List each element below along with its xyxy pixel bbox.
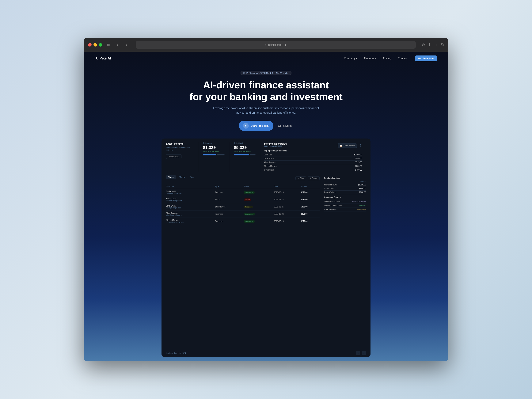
col-type: Type <box>215 184 244 189</box>
insights-dash-header: Insights Dashboard Date: January 23, 202… <box>264 142 362 149</box>
this-month-label: This Month <box>234 142 256 144</box>
lock-icon: ⊕ <box>265 44 267 46</box>
filter-button[interactable]: ⊟ Filter <box>295 176 306 180</box>
this-month-col: This Month $5,329 +10% from last month <box>229 142 260 172</box>
back-icon[interactable]: ‹ <box>114 42 120 48</box>
next-page-button[interactable]: › <box>362 351 366 355</box>
insights-dash-date: Date: January 23, 2023 <box>264 145 287 147</box>
table-row: Olivia Smith olivia@example.com Purchase… <box>166 189 320 196</box>
pending-invoices-title: Pending Invoices <box>324 177 366 179</box>
insights-dash-title: Insights Dashboard <box>264 142 287 145</box>
tab-week[interactable]: Week <box>166 175 176 179</box>
chevron-down-icon: ▾ <box>375 57 376 59</box>
pending-invoices-header: Amount <box>324 180 366 182</box>
table-row: Jane Smith jane@example.com Subscription… <box>166 203 320 210</box>
view-details-button[interactable]: View Details <box>166 154 181 159</box>
get-demo-button[interactable]: Get a Demo <box>277 122 293 130</box>
nav-company[interactable]: Company ▾ <box>344 57 357 60</box>
website-content: ★ PixelAI Company ▾ Features ▾ Pricing C… <box>84 52 448 361</box>
customer-queries-title: Customer Queries <box>324 196 366 198</box>
latest-insights-col: Latest Insights Stay ahead with data-dri… <box>166 142 198 172</box>
dashboard-main: Week Month Year ⊟ Filter ↥ <box>162 172 370 349</box>
start-free-trial-button[interactable]: ▶ Start Free Trial <box>239 121 273 131</box>
more-options-icon[interactable]: ⋮ <box>359 144 362 147</box>
spending-row-1: Jane Smith $950.00 <box>264 157 362 161</box>
this-week-bar-empty <box>217 154 225 155</box>
col-amount: Amount <box>301 184 320 189</box>
address-text: pixelai.com <box>268 43 282 46</box>
this-week-col: This Week $1,329 +25% from last week <box>198 142 229 172</box>
sidebar-toggle-icon[interactable]: ⊞ <box>105 42 111 48</box>
col-date: Date <box>274 184 301 189</box>
badge-icon: □ <box>243 72 245 74</box>
this-week-value: $1,329 <box>203 145 225 150</box>
pending-row-1: Sarah Davis $950.00 <box>324 187 366 190</box>
table-tabs: Week Month Year <box>166 175 197 179</box>
table-row: Michael Brown michael@example.com Purcha… <box>166 218 320 225</box>
dashboard-top: Latest Insights Stay ahead with data-dri… <box>162 139 370 172</box>
navigation: ★ PixelAI Company ▾ Features ▾ Pricing C… <box>84 52 448 65</box>
get-template-button[interactable]: Get Template <box>415 56 437 61</box>
customer-queries-section: Customer Queries Clarification on billin… <box>324 196 366 211</box>
transactions-table: Customer Type Status Date Amount <box>166 184 320 225</box>
footer-date: Updated June 23, 2024 <box>166 352 186 354</box>
table-tabs-row: Week Month Year ⊟ Filter ↥ <box>166 175 320 182</box>
maximize-button[interactable] <box>99 43 102 47</box>
share-icon[interactable]: ⬆ <box>428 42 431 48</box>
pending-row-0: Michael Brown $1200.00 <box>324 183 366 187</box>
table-row: Sarah Davis sarah@example.com Refund Fai… <box>166 196 320 203</box>
this-month-bar-fill <box>234 154 249 155</box>
spending-row-2: Alice Johnson $725.00 <box>264 161 362 164</box>
close-button[interactable] <box>88 43 92 47</box>
insights-dashboard-col: Insights Dashboard Date: January 23, 202… <box>260 142 366 172</box>
nav-pricing[interactable]: Pricing <box>383 57 391 60</box>
dashboard-footer: Updated June 23, 2024 ‹ › <box>162 349 370 357</box>
dashboard-panel: Latest Insights Stay ahead with data-dri… <box>162 139 370 357</box>
prev-page-button[interactable]: ‹ <box>356 351 360 355</box>
pending-invoices-list: Michael Brown $1200.00 Sarah Davis $950.… <box>324 183 366 194</box>
this-month-value: $5,329 <box>234 145 256 150</box>
col-status: Status <box>244 184 274 189</box>
new-tab-icon[interactable]: ＋ <box>434 42 438 48</box>
browser-right-icons: ⊙ ⬆ ＋ ⧉ <box>422 42 444 48</box>
logo-text: PixelAI <box>100 57 111 60</box>
nav-contact[interactable]: Contact <box>398 57 407 60</box>
table-actions: ⊟ Filter ↥ Export <box>295 176 320 180</box>
right-panel: Pending Invoices Amount Michael Brown $1… <box>324 175 366 346</box>
forward-icon[interactable]: › <box>124 42 130 48</box>
table-row: Alice Johnson alice@example.com Purchase… <box>166 210 320 218</box>
this-month-bar <box>234 154 256 155</box>
address-bar[interactable]: ⊕ pixelai.com ↻ <box>136 41 416 49</box>
query-row-1: Update on subscription Resolved <box>324 203 366 208</box>
top-spending-title: Top Spending Customers <box>264 150 362 152</box>
this-week-label: This Week <box>203 142 225 144</box>
nav-features[interactable]: Features ▾ <box>364 57 376 60</box>
export-button[interactable]: ↥ Export <box>308 176 320 180</box>
track-invoice-button[interactable]: 📋 Track Invoice <box>338 143 357 148</box>
spending-row-4: Olivia Smith $450.00 <box>264 168 362 172</box>
tabs-icon[interactable]: ⧉ <box>441 42 444 48</box>
dashboard-container: Latest Insights Stay ahead with data-dri… <box>84 139 448 361</box>
query-row-0: Clarification on billing Awaiting respon… <box>324 200 366 203</box>
chevron-down-icon: ▾ <box>356 57 357 59</box>
this-month-bar-empty <box>250 154 256 155</box>
refresh-icon[interactable]: ↻ <box>285 44 287 46</box>
this-week-bar <box>203 154 225 155</box>
tab-month[interactable]: Month <box>177 175 187 179</box>
this-week-change: +25% from last week <box>203 151 225 152</box>
status-badge: Completed <box>244 220 255 223</box>
download-icon[interactable]: ⊙ <box>422 42 425 48</box>
this-week-bar-fill <box>203 154 216 155</box>
table-section: Week Month Year ⊟ Filter ↥ <box>166 175 320 346</box>
play-icon: ▶ <box>243 123 249 129</box>
badge-text: PIXELAI ANALYTICS 2.0 - NOW LIVE! <box>247 72 289 74</box>
status-badge: Completed <box>244 191 255 194</box>
latest-insights-desc: Stay ahead with data-driven insights. <box>166 146 194 152</box>
hero-title: AI-driven finance assistant for your ban… <box>190 79 342 103</box>
export-icon: ↥ <box>310 177 311 179</box>
tab-year[interactable]: Year <box>188 175 197 179</box>
minimize-button[interactable] <box>94 43 97 47</box>
nav-logo: ★ PixelAI <box>95 56 111 60</box>
status-badge: Failed <box>244 198 251 201</box>
hero-badge: □ PIXELAI ANALYTICS 2.0 - NOW LIVE! <box>241 71 291 75</box>
